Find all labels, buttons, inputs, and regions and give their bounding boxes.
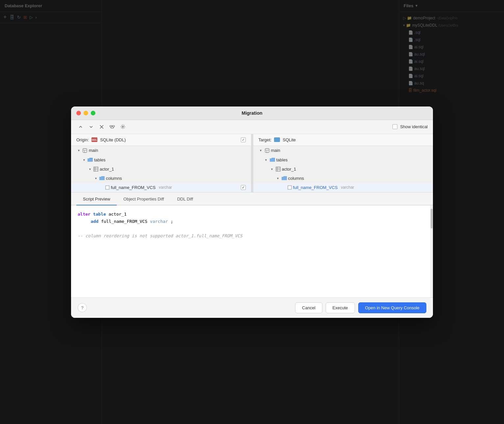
svg-point-17 [275,138,279,141]
full-name-checkbox-left[interactable]: ✓ [241,185,246,190]
window-maximize-button[interactable] [91,111,95,115]
modal-footer: ? Cancel Execute Open in New Query Conso… [71,297,433,318]
scrollbar-thumb[interactable] [431,209,433,228]
script-line-comment: -- column reordering is not supported ac… [78,232,426,240]
schema-icon-right [265,148,270,153]
columns-label-left: columns [106,176,122,181]
tree-item-full-name-left[interactable]: full_name_FROM_VCS varchar ✓ [71,183,251,192]
actor-label-right: actor_1 [282,167,296,172]
nav-down-button[interactable] [87,123,95,131]
svg-rect-12 [94,167,98,171]
svg-rect-18 [265,149,269,153]
tree-item-full-name-right[interactable]: full_name_FROM_VCS varchar [253,183,433,192]
tree-item-main-right[interactable]: ▾ main [253,146,433,155]
actor-label-left: actor_1 [100,167,114,172]
svg-point-8 [122,126,123,128]
script-line-2: add full_name_FROM_VCS varchar ; [78,218,426,225]
folder-icon-columns-left [99,176,105,180]
comment-reordering: -- column reordering is not supported ac… [78,233,242,238]
main-label-right: main [271,148,280,153]
toggle-fullname-left [99,185,104,190]
svg-rect-21 [276,167,280,171]
kw-alter: alter [78,212,90,217]
columns-label-right: columns [288,176,304,181]
semicolon: ; [170,219,173,224]
origin-header: Origin: DDL SQLite (DDL) ✓ [71,134,251,146]
target-header: Target: SQLite [253,134,433,146]
kw-add: add [91,219,98,224]
scrollbar-track[interactable] [430,205,433,297]
folder-icon-tables-right [270,158,275,162]
tab-script-preview[interactable]: Script Preview [76,193,117,205]
show-identical-container: Show identical [392,124,428,129]
window-minimize-button[interactable] [84,111,88,115]
target-sqlite-icon [274,137,280,142]
tree-item-tables-right[interactable]: ▾ tables [253,155,433,165]
origin-tree: ▾ main ▾ [71,146,251,192]
target-label: Target: [259,137,272,142]
toggle-main-right[interactable]: ▾ [259,148,263,153]
tab-ddl-diff[interactable]: DDL Diff [170,193,199,205]
kw-table: table [93,212,106,217]
tab-object-properties-diff[interactable]: Object Properties Diff [117,193,170,205]
toggle-columns-right[interactable]: ▾ [276,176,280,180]
tables-label-left: tables [94,157,106,162]
script-line-1: alter table actor_1 [78,211,426,218]
diff-right-panel: Target: SQLite ▾ [253,134,433,192]
modal-overlay: Migration [0,0,504,424]
target-source-name: SQLite [283,137,296,142]
full-name-label-left: full_name_FROM_VCS [111,185,156,190]
migration-modal: Migration [71,106,433,318]
ident-actor1: actor_1 [109,212,127,217]
schema-map-button[interactable] [108,123,116,131]
column-icon-right [288,185,292,190]
full-name-type-right: varchar [341,185,354,190]
nav-up-button[interactable] [76,123,85,131]
tree-item-tables-left[interactable]: ▾ tables [71,155,251,165]
toggle-actor-right[interactable]: ▾ [270,167,274,171]
toggle-columns-left[interactable]: ▾ [93,176,98,180]
settings-button[interactable] [118,123,127,131]
folder-icon-tables-left [88,158,93,162]
window-close-button[interactable] [76,111,81,115]
schema-icon-left [82,148,88,153]
diff-left-panel: Origin: DDL SQLite (DDL) ✓ ▾ [71,134,251,192]
toggle-tables-left[interactable]: ▾ [82,157,86,162]
toggle-fullname-right [282,185,286,190]
svg-rect-16 [106,186,109,189]
tree-item-actor-right[interactable]: ▾ actor_1 [253,165,433,174]
execute-button[interactable]: Execute [326,302,355,313]
show-identical-label: Show identical [400,124,428,129]
open-console-button[interactable]: Open in New Query Console [358,302,426,313]
origin-checkbox[interactable]: ✓ [241,137,246,142]
show-identical-checkbox[interactable] [392,124,397,129]
origin-label: Origin: [76,137,89,142]
cancel-button[interactable]: Cancel [295,302,322,313]
tree-item-columns-left[interactable]: ▾ columns [71,174,251,183]
full-name-type-left: varchar [159,185,172,190]
tree-item-main-left[interactable]: ▾ main [71,146,251,155]
tabs-bar: Script Preview Object Properties Diff DD… [71,193,433,205]
toggle-actor-left[interactable]: ▾ [88,167,92,171]
modal-title: Migration [242,110,263,116]
svg-rect-25 [288,186,291,189]
help-button[interactable]: ? [78,303,87,312]
folder-icon-columns-right [282,176,287,180]
tree-item-actor-left[interactable]: ▾ actor_1 [71,165,251,174]
tree-item-columns-right[interactable]: ▾ columns [253,174,433,183]
script-preview-area: alter table actor_1 add full_name_FROM_V… [71,205,433,297]
main-label-left: main [89,148,98,153]
full-name-label-right: full_name_FROM_VCS [293,185,338,190]
column-icon-left [105,185,110,190]
table-icon-actor-left [93,167,98,172]
modal-titlebar: Migration [71,106,433,120]
table-icon-actor-right [276,167,281,172]
modal-toolbar: Show identical [71,120,433,134]
type-varchar: varchar [150,219,168,224]
svg-rect-3 [113,126,114,127]
field-fullname: full_name_FROM_VCS [101,219,147,224]
toggle-tables-right[interactable]: ▾ [264,157,268,162]
toggle-main-left[interactable]: ▾ [76,148,81,153]
diff-panel: Origin: DDL SQLite (DDL) ✓ ▾ [71,134,433,193]
close-diff-button[interactable] [97,123,106,131]
